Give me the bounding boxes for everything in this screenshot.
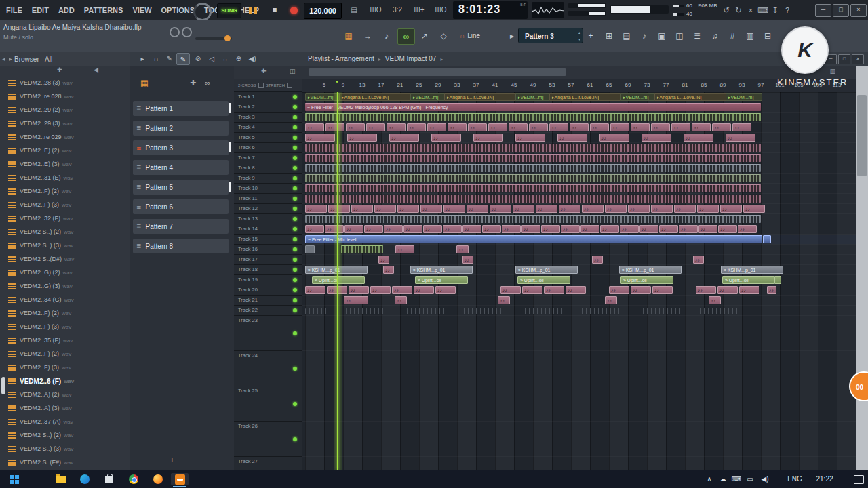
minimize-button[interactable]: ─ <box>815 4 831 17</box>
clip[interactable] <box>549 123 568 131</box>
pattern-row[interactable]: ≣Pattern 8 <box>133 239 229 253</box>
pattern-picker-icon[interactable]: ▦ <box>137 77 152 89</box>
browser-item[interactable]: VEDM2..35 (F)wav <box>0 333 130 347</box>
stretch-checkbox[interactable] <box>287 83 292 88</box>
browser-item[interactable]: VEDM2 S..) (3)wav <box>0 239 130 252</box>
track-arm-led[interactable] <box>293 367 297 371</box>
pattern-row[interactable]: ≣Pattern 3 <box>133 140 229 155</box>
pattern-selector[interactable]: Pattern 3 ▴▾ <box>518 28 583 43</box>
stop-button[interactable]: ■ <box>266 3 283 17</box>
clip[interactable] <box>423 225 442 233</box>
clip[interactable] <box>395 245 414 253</box>
track-arm-led[interactable] <box>293 247 297 251</box>
clip[interactable] <box>671 123 690 131</box>
record-button[interactable] <box>285 3 302 17</box>
track-arm-led[interactable] <box>293 136 297 140</box>
clip[interactable] <box>739 286 760 294</box>
master-volume-slider[interactable] <box>610 5 669 14</box>
layout-icon[interactable]: ◫ <box>290 68 296 75</box>
step-jump-icon[interactable]: → <box>359 28 376 43</box>
clip[interactable] <box>763 235 771 243</box>
clip[interactable] <box>599 134 629 142</box>
v-scroll-thumb[interactable] <box>857 95 867 176</box>
browser-item[interactable]: VEDM2..29 (3)wav <box>0 117 130 130</box>
start-button[interactable] <box>5 473 23 485</box>
clip[interactable] <box>718 225 737 233</box>
track-arm-led[interactable] <box>293 105 297 109</box>
clip[interactable]: VEDM...m] <box>726 93 762 101</box>
clip[interactable] <box>559 205 580 213</box>
action-center-icon[interactable] <box>854 475 864 484</box>
cloud-icon[interactable]: ☁ <box>717 470 728 488</box>
delete-tool-icon[interactable]: ⊘ <box>191 53 205 65</box>
playlist-grid-icon[interactable]: ▦ <box>340 28 357 43</box>
browser-scrollbar-thumb[interactable] <box>1 377 5 394</box>
track-name[interactable]: Track 20 <box>234 285 302 296</box>
clip[interactable] <box>305 205 327 213</box>
clip[interactable] <box>305 134 335 142</box>
clip[interactable] <box>341 245 383 253</box>
wait-input-icon[interactable]: ШO <box>431 3 450 18</box>
track-arm-led[interactable] <box>293 402 297 406</box>
browser-item[interactable]: VEDM2..F) (3)wav <box>0 361 130 374</box>
link-icon[interactable]: ∞ <box>397 28 415 45</box>
clip[interactable] <box>536 205 557 213</box>
track-name[interactable]: Track 13 <box>234 214 302 224</box>
clip[interactable] <box>431 134 461 142</box>
track-clip-lane[interactable] <box>302 143 856 153</box>
track-clip-lane[interactable] <box>302 351 856 386</box>
clip[interactable] <box>605 296 617 304</box>
track-arm-led[interactable] <box>293 278 297 282</box>
clip[interactable] <box>774 276 781 284</box>
clip[interactable] <box>344 225 363 233</box>
clip[interactable]: Free Filter - Mix level <box>305 235 762 243</box>
clip[interactable]: KSHM...p_01 <box>515 266 578 274</box>
clip[interactable] <box>378 256 389 264</box>
clip[interactable] <box>717 286 738 294</box>
clip[interactable]: Angana L...r.Love.IN] <box>339 93 412 101</box>
browser-item[interactable]: VEDM2..G) (2)wav <box>0 266 130 279</box>
track-arm-led[interactable] <box>293 237 297 241</box>
track-name[interactable]: Track 24 <box>234 351 302 386</box>
clip[interactable]: Angana L...r.Love.IN] <box>549 93 622 101</box>
track-name[interactable]: Track 15 <box>234 235 302 245</box>
browser-item[interactable]: VEDM2..F) (2)wav <box>0 184 130 198</box>
clip[interactable] <box>639 225 658 233</box>
track-clip-lane[interactable]: Free Filter - Mix level <box>302 235 856 245</box>
clip[interactable] <box>366 123 385 131</box>
pattern-row[interactable]: ≣Pattern 1 <box>133 101 229 116</box>
clip[interactable] <box>403 225 422 233</box>
track-name[interactable]: Track 7 <box>234 153 302 163</box>
clip[interactable] <box>521 225 540 233</box>
clip[interactable] <box>462 225 481 233</box>
track-arm-led[interactable] <box>293 288 297 292</box>
browser-item[interactable]: VEDM2 S..(D#)wav <box>0 252 130 266</box>
clip[interactable] <box>712 123 731 131</box>
clip[interactable] <box>349 286 369 294</box>
browser-item[interactable]: VEDM2..34 (G)wav <box>0 293 130 306</box>
menu-item-patterns[interactable]: PATTERNS <box>79 6 128 14</box>
channel-slider[interactable] <box>195 37 232 40</box>
keyboard-icon[interactable]: ⌨ <box>731 470 742 488</box>
track-arm-led[interactable] <box>293 166 297 170</box>
clip[interactable] <box>468 123 487 131</box>
pencil-tool-icon[interactable]: ✎ <box>163 53 176 65</box>
clip[interactable]: Uplift...oll <box>415 276 468 284</box>
fl-studio-taskbar-icon[interactable] <box>171 473 189 485</box>
browser-item[interactable]: VEDM2 S..) (3)wav <box>0 442 130 455</box>
clip[interactable] <box>488 123 507 131</box>
track-arm-led[interactable] <box>293 125 297 129</box>
snap-magnet-icon[interactable]: ∩ <box>149 53 163 65</box>
clip[interactable] <box>529 123 548 131</box>
pattern-spin-arrows[interactable]: ▴▾ <box>578 29 580 43</box>
track-name[interactable]: Track 5 <box>234 133 302 143</box>
browser-item[interactable]: VEDM2..F) (3)wav <box>0 198 130 211</box>
track-name[interactable]: Track 21 <box>234 296 302 306</box>
browser-item[interactable]: VEDM2 S..) (2)wav <box>0 428 130 442</box>
paint-tool-icon[interactable]: ✎ <box>176 53 190 65</box>
track-clip-lane[interactable] <box>302 457 856 470</box>
pause-button[interactable] <box>244 3 262 17</box>
track-name[interactable]: Track 27 <box>234 457 302 470</box>
track-clip-lane[interactable] <box>302 285 856 296</box>
clip[interactable]: Angana L...r.Love.IN] <box>444 93 517 101</box>
